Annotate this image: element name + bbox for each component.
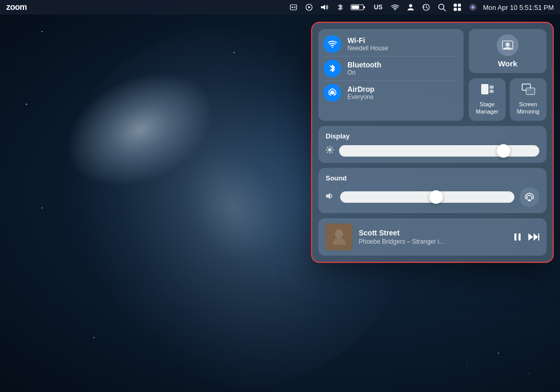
wifi-title: Wi-Fi [347,36,388,45]
svg-rect-27 [489,86,494,89]
track-artist: Phoebe Bridgers – Stranger i... [359,238,506,245]
screen-mirroring-panel[interactable]: ScreenMirroring [510,78,547,121]
stage-screen-row: StageManager ScreenMirroring [469,78,547,121]
track-title: Scott Street [359,229,506,237]
svg-point-1 [292,7,293,8]
svg-point-25 [506,43,510,47]
svg-line-37 [327,147,328,148]
stage-manager-panel[interactable]: StageManager [469,78,506,121]
play-icon[interactable] [303,2,315,13]
battery-icon[interactable] [350,2,367,13]
svg-marker-47 [528,233,533,241]
display-label: Display [326,132,539,140]
svg-line-14 [443,9,445,11]
airplay-button[interactable] [520,187,539,207]
svg-marker-48 [534,233,538,241]
svg-point-10 [395,9,396,10]
track-info: Scott Street Phoebe Bridgers – Stranger … [359,229,506,245]
bluetooth-text: Bluetooth On [347,61,381,76]
volume-control-icon [326,192,335,201]
bluetooth-subtitle: On [347,69,381,76]
brightness-slider[interactable] [339,145,539,157]
top-section: Wi-Fi Needell House Bluetooth On [318,29,547,121]
svg-rect-8 [363,6,365,8]
svg-rect-31 [526,88,535,94]
menubar: zoom [0,0,560,15]
svg-point-32 [328,148,331,151]
flag-icon[interactable]: US [371,2,385,13]
svg-line-38 [332,152,333,153]
work-panel[interactable]: Work [469,29,547,73]
wifi-icon[interactable] [389,2,401,13]
svg-point-22 [332,47,333,48]
bluetooth-title: Bluetooth [347,61,381,69]
bluetooth-icon[interactable] [334,2,346,13]
display-slider-row [326,145,539,157]
siri-icon[interactable] [467,2,479,13]
stage-manager-label: StageManager [476,101,498,116]
svg-rect-49 [538,233,539,241]
fast-forward-button[interactable] [528,232,539,242]
airdrop-subtitle: Everyone [347,93,374,101]
svg-marker-41 [326,193,330,199]
brightness-icon [326,146,334,156]
contact-card-icon[interactable] [288,2,299,13]
volume-icon[interactable] [319,2,330,13]
work-label: Work [498,59,517,68]
playback-controls [512,232,539,242]
svg-marker-6 [321,5,325,10]
brightness-thumb [497,144,510,158]
svg-rect-17 [454,8,457,11]
svg-line-40 [327,152,328,153]
pause-button[interactable] [512,232,523,242]
now-playing-section: Scott Street Phoebe Bridgers – Stranger … [318,218,547,256]
svg-rect-9 [352,6,359,9]
wifi-control-icon [324,35,341,53]
display-section: Display [318,126,547,163]
stage-manager-icon [481,83,494,98]
airdrop-item[interactable]: AirDrop Everyone [324,81,458,105]
svg-rect-28 [489,90,494,93]
menubar-time: Mon Apr 10 5:51:51 PM [483,4,554,11]
svg-marker-42 [528,199,531,201]
svg-rect-18 [458,8,461,11]
bluetooth-item[interactable]: Bluetooth On [324,57,458,81]
connectivity-panel: Wi-Fi Needell House Bluetooth On [318,29,464,121]
svg-point-11 [409,4,412,7]
svg-rect-16 [458,4,461,7]
svg-rect-26 [481,84,488,94]
app-name[interactable]: zoom [6,3,27,12]
control-center-icon[interactable] [452,2,463,13]
person-icon[interactable] [405,2,416,13]
svg-rect-45 [514,233,516,241]
airdrop-title: AirDrop [347,85,374,93]
sound-label: Sound [326,174,539,182]
screen-mirroring-label: ScreenMirroring [517,101,539,116]
wifi-item[interactable]: Wi-Fi Needell House [324,32,458,57]
svg-point-21 [472,6,474,8]
time-machine-icon[interactable] [421,2,432,13]
volume-thumb [429,190,443,204]
sound-row [326,187,539,207]
bluetooth-control-icon [324,60,341,77]
svg-point-44 [335,229,343,239]
svg-marker-5 [309,6,311,9]
screen-mirroring-icon [522,83,535,98]
volume-slider[interactable] [340,191,514,203]
wifi-subtitle: Needell House [347,45,388,52]
wifi-text: Wi-Fi Needell House [347,36,388,52]
airdrop-text: AirDrop Everyone [347,85,374,101]
work-avatar [497,34,519,56]
sound-section: Sound [318,168,547,213]
svg-rect-0 [290,5,297,10]
search-icon[interactable] [436,2,447,13]
control-center-panel: Wi-Fi Needell House Bluetooth On [311,22,554,263]
menubar-left: zoom [6,3,27,12]
svg-line-39 [332,147,333,148]
svg-rect-15 [454,4,457,7]
right-panels: Work StageManager [469,29,547,121]
svg-rect-46 [519,233,521,241]
airdrop-control-icon [324,84,341,102]
album-art [326,223,353,250]
menubar-right: US [288,2,554,13]
